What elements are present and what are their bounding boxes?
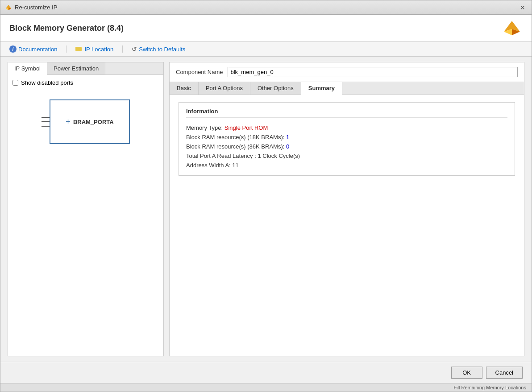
refresh-icon: ↺ [132, 45, 137, 53]
info-label-3: Block RAM resource(s) (36K BRAMs): [186, 143, 286, 150]
info-label-5: Address Width A: 11 [186, 162, 239, 169]
toolbar-separator-2 [122, 45, 123, 53]
left-panel: IP Symbol Power Estimation Show disabled… [8, 62, 164, 356]
vivado-small-icon [5, 4, 12, 11]
switch-to-defaults-button[interactable]: ↺ Switch to Defaults [130, 45, 187, 54]
show-disabled-row: Show disabled ports [12, 79, 159, 86]
show-disabled-ports-label: Show disabled ports [21, 79, 73, 86]
bram-plus-icon: + [66, 117, 71, 127]
dialog-footer: OK Cancel [0, 362, 532, 383]
connector-line-2 [42, 121, 50, 122]
title-bar-left: Re-customize IP [5, 4, 57, 11]
info-section-title: Information [186, 108, 507, 118]
documentation-button[interactable]: i Documentation [8, 45, 59, 54]
ip-location-label: IP Location [84, 46, 113, 53]
info-label-1: Memory Type: [186, 124, 224, 131]
info-row-5: Address Width A: 11 [186, 161, 507, 170]
left-panel-content: Show disabled ports + BRAM_PORTA [8, 75, 163, 356]
toolbar: i Documentation IP Location ↺ Switch to … [0, 42, 532, 57]
toolbar-separator-1 [66, 45, 66, 53]
tab-ip-symbol[interactable]: IP Symbol [8, 62, 47, 75]
left-tab-bar: IP Symbol Power Estimation [8, 62, 163, 75]
info-row-1: Memory Type: Single Port ROM [186, 123, 507, 132]
component-name-row: Component Name [170, 62, 524, 82]
tab-power-estimation[interactable]: Power Estimation [47, 62, 105, 74]
info-value-3: 0 [286, 143, 289, 150]
info-label-2: Block RAM resource(s) (18K BRAMs): [186, 134, 286, 140]
status-text: Fill Remaining Memory Locations [453, 385, 526, 390]
documentation-label: Documentation [18, 46, 57, 53]
ok-button[interactable]: OK [451, 367, 482, 379]
component-name-input[interactable] [228, 67, 518, 77]
info-row-2: Block RAM resource(s) (18K BRAMs): 1 [186, 132, 507, 142]
bram-box: + BRAM_PORTA [50, 99, 130, 144]
info-icon: i [9, 45, 17, 53]
folder-icon [75, 47, 82, 51]
switch-to-defaults-label: Switch to Defaults [139, 46, 185, 53]
connector-line-1 [42, 117, 50, 118]
info-value-1: Single Port ROM [224, 124, 268, 131]
bram-symbol: + BRAM_PORTA [42, 99, 130, 144]
title-bar: Re-customize IP ✕ [0, 0, 532, 15]
info-value-2: 1 [286, 134, 289, 140]
info-row-3: Block RAM resource(s) (36K BRAMs): 0 [186, 142, 507, 151]
dialog-title: Block Memory Generator (8.4) [9, 24, 124, 33]
bram-label: BRAM_PORTA [73, 119, 114, 125]
show-disabled-ports-checkbox[interactable] [12, 80, 18, 86]
status-bar: Fill Remaining Memory Locations [0, 383, 532, 392]
right-panel: Component Name Basic Port A Options Othe… [169, 62, 524, 356]
vivado-logo [501, 20, 523, 36]
main-dialog: Re-customize IP ✕ Block Memory Generator… [0, 0, 532, 392]
tab-summary[interactable]: Summary [301, 82, 342, 95]
tab-port-a-options[interactable]: Port A Options [199, 82, 250, 95]
component-name-label: Component Name [176, 69, 223, 75]
window-title: Re-customize IP [15, 4, 57, 11]
tab-basic[interactable]: Basic [170, 82, 199, 95]
right-panel-content: Information Memory Type: Single Port ROM… [170, 95, 524, 356]
info-row-4: Total Port A Read Latency : 1 Clock Cycl… [186, 151, 507, 161]
main-content: IP Symbol Power Estimation Show disabled… [0, 57, 532, 362]
tab-other-options[interactable]: Other Options [250, 82, 301, 95]
dialog-header: Block Memory Generator (8.4) [0, 15, 532, 42]
right-tab-bar: Basic Port A Options Other Options Summa… [170, 82, 524, 95]
cancel-button[interactable]: Cancel [486, 367, 523, 379]
close-button[interactable]: ✕ [518, 3, 527, 12]
bram-connector-left [42, 117, 50, 127]
info-label-4: Total Port A Read Latency : 1 Clock Cycl… [186, 153, 300, 159]
ip-location-button[interactable]: IP Location [74, 45, 115, 54]
info-section: Information Memory Type: Single Port ROM… [179, 102, 515, 176]
symbol-area: + BRAM_PORTA [12, 91, 159, 153]
connector-line-3 [42, 126, 50, 127]
